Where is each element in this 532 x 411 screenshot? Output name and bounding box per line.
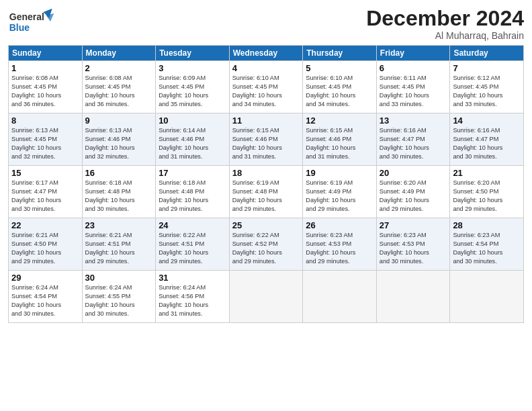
day-info: Sunrise: 6:17 AM Sunset: 4:47 PM Dayligh… xyxy=(11,179,79,214)
day-number: 5 xyxy=(306,63,373,73)
svg-text:Blue: Blue xyxy=(9,22,30,33)
calendar-cell: 14Sunrise: 6:16 AM Sunset: 4:47 PM Dayli… xyxy=(450,113,524,166)
day-info: Sunrise: 6:18 AM Sunset: 4:48 PM Dayligh… xyxy=(85,179,153,214)
day-info: Sunrise: 6:15 AM Sunset: 4:46 PM Dayligh… xyxy=(232,126,300,161)
calendar-cell: 31Sunrise: 6:24 AM Sunset: 4:56 PM Dayli… xyxy=(156,271,230,323)
day-number: 26 xyxy=(306,220,373,230)
day-info: Sunrise: 6:08 AM Sunset: 4:45 PM Dayligh… xyxy=(85,74,153,109)
day-number: 28 xyxy=(453,220,521,230)
calendar-cell: 4Sunrise: 6:10 AM Sunset: 4:45 PM Daylig… xyxy=(229,61,303,113)
day-number: 21 xyxy=(453,168,521,178)
day-number: 22 xyxy=(11,220,79,230)
day-number: 13 xyxy=(380,116,447,126)
month-title: December 2024 xyxy=(366,7,524,30)
day-info: Sunrise: 6:20 AM Sunset: 4:49 PM Dayligh… xyxy=(380,179,447,214)
col-header-tuesday: Tuesday xyxy=(156,46,230,61)
day-number: 3 xyxy=(159,63,226,73)
day-info: Sunrise: 6:23 AM Sunset: 4:53 PM Dayligh… xyxy=(306,231,373,266)
day-number: 8 xyxy=(11,116,79,126)
day-info: Sunrise: 6:23 AM Sunset: 4:54 PM Dayligh… xyxy=(453,231,521,266)
calendar-cell: 3Sunrise: 6:09 AM Sunset: 4:45 PM Daylig… xyxy=(156,61,230,113)
col-header-thursday: Thursday xyxy=(303,46,377,61)
day-number: 19 xyxy=(306,168,373,178)
day-number: 12 xyxy=(306,116,373,126)
day-number: 16 xyxy=(85,168,153,178)
calendar-cell: 2Sunrise: 6:08 AM Sunset: 4:45 PM Daylig… xyxy=(82,61,156,113)
title-block: December 2024 Al Muharraq, Bahrain xyxy=(366,7,524,41)
calendar-cell xyxy=(229,271,303,323)
calendar-cell: 24Sunrise: 6:22 AM Sunset: 4:51 PM Dayli… xyxy=(156,218,230,271)
calendar-cell: 18Sunrise: 6:19 AM Sunset: 4:48 PM Dayli… xyxy=(229,166,303,218)
day-info: Sunrise: 6:13 AM Sunset: 4:46 PM Dayligh… xyxy=(85,126,153,161)
calendar-cell: 12Sunrise: 6:15 AM Sunset: 4:46 PM Dayli… xyxy=(303,113,377,166)
day-info: Sunrise: 6:24 AM Sunset: 4:56 PM Dayligh… xyxy=(159,283,226,318)
day-info: Sunrise: 6:24 AM Sunset: 4:55 PM Dayligh… xyxy=(85,283,153,318)
calendar-cell: 8Sunrise: 6:13 AM Sunset: 4:45 PM Daylig… xyxy=(9,113,83,166)
week-row-5: 29Sunrise: 6:24 AM Sunset: 4:54 PM Dayli… xyxy=(9,271,524,323)
day-info: Sunrise: 6:22 AM Sunset: 4:51 PM Dayligh… xyxy=(159,231,226,266)
day-info: Sunrise: 6:19 AM Sunset: 4:49 PM Dayligh… xyxy=(306,179,373,214)
day-number: 20 xyxy=(380,168,447,178)
calendar-cell: 20Sunrise: 6:20 AM Sunset: 4:49 PM Dayli… xyxy=(376,166,450,218)
day-info: Sunrise: 6:19 AM Sunset: 4:48 PM Dayligh… xyxy=(232,179,300,214)
col-header-sunday: Sunday xyxy=(9,46,83,61)
day-info: Sunrise: 6:09 AM Sunset: 4:45 PM Dayligh… xyxy=(159,74,226,109)
calendar-table: SundayMondayTuesdayWednesdayThursdayFrid… xyxy=(8,45,524,323)
day-info: Sunrise: 6:12 AM Sunset: 4:45 PM Dayligh… xyxy=(453,74,521,109)
day-number: 7 xyxy=(453,63,521,73)
day-number: 23 xyxy=(85,220,153,230)
day-number: 1 xyxy=(11,63,79,73)
calendar-cell: 29Sunrise: 6:24 AM Sunset: 4:54 PM Dayli… xyxy=(9,271,83,323)
day-number: 31 xyxy=(159,273,226,283)
day-number: 14 xyxy=(453,116,521,126)
day-number: 18 xyxy=(232,168,300,178)
day-info: Sunrise: 6:22 AM Sunset: 4:52 PM Dayligh… xyxy=(232,231,300,266)
day-info: Sunrise: 6:16 AM Sunset: 4:47 PM Dayligh… xyxy=(380,126,447,161)
day-info: Sunrise: 6:08 AM Sunset: 4:45 PM Dayligh… xyxy=(11,74,79,109)
day-number: 11 xyxy=(232,116,300,126)
day-number: 2 xyxy=(85,63,153,73)
calendar-cell xyxy=(303,271,377,323)
week-row-3: 15Sunrise: 6:17 AM Sunset: 4:47 PM Dayli… xyxy=(9,166,524,218)
col-header-saturday: Saturday xyxy=(450,46,524,61)
calendar-cell: 27Sunrise: 6:23 AM Sunset: 4:53 PM Dayli… xyxy=(376,218,450,271)
calendar-cell: 30Sunrise: 6:24 AM Sunset: 4:55 PM Dayli… xyxy=(82,271,156,323)
calendar-cell: 7Sunrise: 6:12 AM Sunset: 4:45 PM Daylig… xyxy=(450,61,524,113)
day-info: Sunrise: 6:16 AM Sunset: 4:47 PM Dayligh… xyxy=(453,126,521,161)
day-info: Sunrise: 6:15 AM Sunset: 4:46 PM Dayligh… xyxy=(306,126,373,161)
day-number: 4 xyxy=(232,63,300,73)
svg-text:General: General xyxy=(9,11,44,22)
col-header-monday: Monday xyxy=(82,46,156,61)
day-number: 25 xyxy=(232,220,300,230)
week-row-4: 22Sunrise: 6:21 AM Sunset: 4:50 PM Dayli… xyxy=(9,218,524,271)
day-number: 24 xyxy=(159,220,226,230)
calendar-cell: 17Sunrise: 6:18 AM Sunset: 4:48 PM Dayli… xyxy=(156,166,230,218)
calendar-cell: 13Sunrise: 6:16 AM Sunset: 4:47 PM Dayli… xyxy=(376,113,450,166)
calendar-cell: 22Sunrise: 6:21 AM Sunset: 4:50 PM Dayli… xyxy=(9,218,83,271)
header: General Blue December 2024 Al Muharraq, … xyxy=(8,7,524,41)
location: Al Muharraq, Bahrain xyxy=(366,30,524,41)
calendar-cell: 16Sunrise: 6:18 AM Sunset: 4:48 PM Dayli… xyxy=(82,166,156,218)
week-row-2: 8Sunrise: 6:13 AM Sunset: 4:45 PM Daylig… xyxy=(9,113,524,166)
col-header-wednesday: Wednesday xyxy=(229,46,303,61)
calendar-header-row: SundayMondayTuesdayWednesdayThursdayFrid… xyxy=(9,46,524,61)
calendar-cell: 23Sunrise: 6:21 AM Sunset: 4:51 PM Dayli… xyxy=(82,218,156,271)
calendar-cell: 15Sunrise: 6:17 AM Sunset: 4:47 PM Dayli… xyxy=(9,166,83,218)
col-header-friday: Friday xyxy=(376,46,450,61)
calendar-cell: 5Sunrise: 6:10 AM Sunset: 4:45 PM Daylig… xyxy=(303,61,377,113)
calendar-cell: 6Sunrise: 6:11 AM Sunset: 4:45 PM Daylig… xyxy=(376,61,450,113)
day-info: Sunrise: 6:20 AM Sunset: 4:50 PM Dayligh… xyxy=(453,179,521,214)
calendar-cell: 9Sunrise: 6:13 AM Sunset: 4:46 PM Daylig… xyxy=(82,113,156,166)
day-number: 9 xyxy=(85,116,153,126)
day-info: Sunrise: 6:24 AM Sunset: 4:54 PM Dayligh… xyxy=(11,283,79,318)
page-container: General Blue December 2024 Al Muharraq, … xyxy=(0,0,532,411)
day-number: 30 xyxy=(85,273,153,283)
day-info: Sunrise: 6:14 AM Sunset: 4:46 PM Dayligh… xyxy=(159,126,226,161)
week-row-1: 1Sunrise: 6:08 AM Sunset: 4:45 PM Daylig… xyxy=(9,61,524,113)
day-number: 17 xyxy=(159,168,226,178)
calendar-cell: 21Sunrise: 6:20 AM Sunset: 4:50 PM Dayli… xyxy=(450,166,524,218)
day-info: Sunrise: 6:10 AM Sunset: 4:45 PM Dayligh… xyxy=(232,74,300,109)
day-number: 27 xyxy=(380,220,447,230)
day-info: Sunrise: 6:23 AM Sunset: 4:53 PM Dayligh… xyxy=(380,231,447,266)
calendar-cell: 19Sunrise: 6:19 AM Sunset: 4:49 PM Dayli… xyxy=(303,166,377,218)
